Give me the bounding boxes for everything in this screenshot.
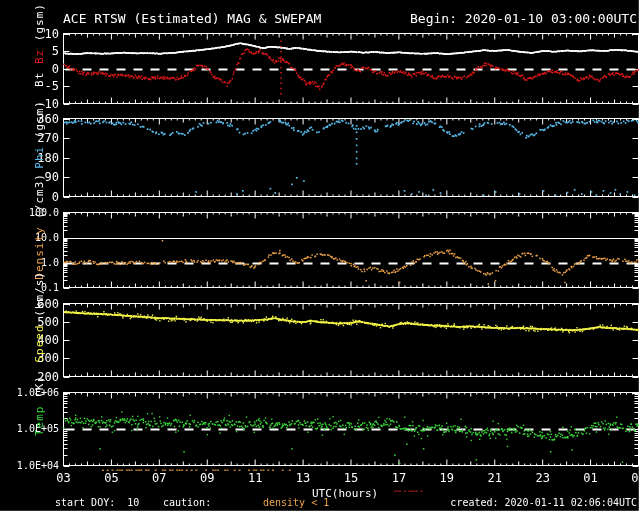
page-title: ACE RTSW (Estimated) MAG & SWEPAM — [63, 11, 321, 26]
y-axis-label-speed: Speed (km/s) — [25, 303, 53, 376]
start-doy-label: start DOY: 10 — [55, 497, 139, 508]
phi-label: Phi — [33, 138, 46, 169]
caution-value: density < 1 — [263, 497, 329, 508]
temp-label: Temp — [33, 398, 46, 436]
caution-label: caution: — [163, 497, 211, 508]
begin-timestamp: Begin: 2020-01-10 03:00:00UTC — [410, 11, 637, 26]
y-axis-label-temp: Temp (K) — [25, 392, 53, 465]
plot-canvas — [0, 0, 640, 512]
bz-label: Bz — [33, 41, 46, 64]
phi-unit-label: (gsm) — [33, 100, 46, 138]
ace-rtsw-plot: ACE RTSW (Estimated) MAG & SWEPAM Begin:… — [0, 0, 640, 512]
created-timestamp: created: 2020-01-11 02:06:04UTC — [450, 497, 637, 508]
bt-label: Bt — [33, 64, 46, 87]
temp-unit-label: (K) — [33, 375, 46, 398]
y-axis-label-mag: Bt Bz (gsm) — [25, 33, 53, 103]
gsm-unit-label: (gsm) — [33, 3, 46, 41]
speed-unit-label: (km/s) — [33, 271, 46, 317]
density-unit-label: (/cm3) — [33, 173, 46, 219]
speed-label: Speed — [33, 317, 46, 363]
